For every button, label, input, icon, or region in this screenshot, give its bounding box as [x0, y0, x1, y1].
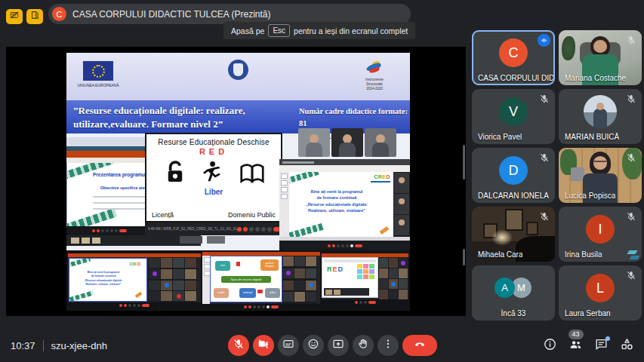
- leave-room-button[interactable]: [26, 9, 43, 24]
- participant-mosaic: [378, 257, 408, 299]
- inner-meet-bottombar: 9:46 AM | WRB_F1P_S2_RED_CRED_SE_TL_G1_M…: [145, 222, 282, 235]
- more-options-button[interactable]: [377, 335, 399, 356]
- participant-tile[interactable]: LLaura Serban: [559, 265, 642, 321]
- meeting-code: szu-xjee-dnh: [51, 340, 107, 351]
- avatar: C: [499, 38, 528, 67]
- participant-tile[interactable]: Mihaela Cara: [472, 207, 555, 262]
- mic-off-button[interactable]: [228, 335, 249, 356]
- participant-tile[interactable]: Lucica Popisca: [559, 148, 642, 203]
- control-dot: [249, 227, 254, 232]
- unread-dot: [605, 336, 610, 341]
- logos-band: UNIUNEA EUROPEANĂ Instrumente Structural…: [66, 53, 410, 100]
- mosaic-cell: [294, 256, 305, 266]
- present-icon: [332, 338, 344, 353]
- meet-app: C CASA CORPULUI DIDACTIC TULCEA (Prezint…: [0, 0, 644, 362]
- collage-strip: CREDBine ați venit la programulde formar…: [66, 250, 410, 311]
- mosaic-cell: [149, 258, 160, 268]
- stage-scrollbar[interactable]: [463, 249, 465, 265]
- board-slash-icon: [9, 10, 20, 23]
- liber-label: Liber: [197, 188, 230, 196]
- avatar: D: [499, 156, 528, 185]
- participant-tile[interactable]: DDALCARAN IONELA: [472, 148, 555, 203]
- control-dot: [359, 301, 362, 304]
- control-dot: [137, 304, 140, 307]
- clock: 10:37: [11, 340, 35, 351]
- diagonal-logo-icon: [629, 256, 639, 259]
- participant-name: Viorica Pavel: [478, 133, 522, 141]
- participant-tile[interactable]: IIrina Busila: [559, 207, 642, 262]
- participant-tile[interactable]: AMÎncă 33: [472, 265, 555, 321]
- inner-popup: [207, 236, 225, 244]
- photo-art: [505, 209, 523, 231]
- activities-button[interactable]: [618, 335, 636, 356]
- collage-shot-1: CREDBine ați venit la programulde formar…: [68, 253, 201, 308]
- collage-shot-3: RED: [322, 253, 408, 305]
- presenter-avatar: C: [52, 7, 66, 21]
- red-slide: Resurse Educaționale Deschise RED Liber: [145, 133, 282, 222]
- mosaic-cell: [149, 281, 160, 290]
- control-dot: [328, 244, 331, 247]
- presenter-pill[interactable]: C CASA CORPULUI DIDACTIC TULCEA (Prezint…: [48, 4, 411, 24]
- avatar: L: [586, 274, 615, 302]
- control-dot: [101, 229, 104, 232]
- meeting-info-button[interactable]: [541, 335, 559, 356]
- control-dot: [110, 229, 113, 232]
- hex-item: grafică imagine: [260, 259, 279, 271]
- photo-art: [562, 36, 575, 60]
- hex-item: animații: [239, 288, 256, 298]
- reactions-button[interactable]: [303, 335, 324, 356]
- stage-scrollbar[interactable]: [463, 145, 465, 179]
- panel-controls: 43: [541, 335, 636, 356]
- fullscreen-exit-tooltip: Apasă pe Esc pentru a ieși din ecranul c…: [223, 22, 415, 39]
- mosaic-cell: [306, 281, 316, 290]
- shot1-controls: [68, 302, 201, 308]
- participant-tile[interactable]: MARIAN BUICĂ: [559, 89, 642, 144]
- camera-off-button[interactable]: [253, 335, 274, 356]
- mosaic-cell: [389, 258, 398, 268]
- annotation-off-button[interactable]: [6, 9, 23, 24]
- participant-tile[interactable]: CCASA CORPULUI DID…: [472, 30, 555, 85]
- captions-button[interactable]: [278, 335, 299, 356]
- present-button[interactable]: [328, 335, 349, 356]
- control-dot: [115, 229, 118, 232]
- free-person-icon: Liber: [197, 159, 230, 196]
- mosaic-cell: [306, 268, 316, 278]
- mic-off-icon: [626, 270, 636, 281]
- participant-name: Încă 33: [472, 309, 555, 318]
- participant-name: DALCARAN IONELA: [478, 192, 549, 200]
- inner-video-tiles: [298, 128, 396, 157]
- mosaic-cell: [306, 256, 316, 266]
- end-call-button[interactable]: [402, 335, 437, 356]
- hex-item: text: [215, 261, 230, 271]
- hex-wrap: textgrafică imagineaudioanimațiivideoTip…: [211, 256, 282, 302]
- people-button[interactable]: 43: [566, 335, 585, 356]
- mosaic-cell: [389, 290, 398, 299]
- divider: [43, 340, 44, 351]
- mic-off-icon: [539, 94, 550, 104]
- control-dot: [248, 305, 251, 308]
- mosaic-cell: [161, 281, 172, 290]
- captions-icon: [282, 338, 294, 353]
- control-dot: [355, 244, 362, 247]
- photo-art: [526, 222, 538, 235]
- call-controls: [228, 335, 437, 356]
- mosaic-cell: [185, 269, 196, 279]
- mosaic-cell: [173, 258, 184, 268]
- control-dot: [257, 305, 260, 308]
- shared-screen-stage: UNIUNEA EUROPEANĂ Instrumente Structural…: [6, 47, 466, 316]
- shot2-controls: [202, 304, 320, 309]
- chat-button[interactable]: [592, 335, 611, 356]
- raise-hand-button[interactable]: [353, 335, 374, 356]
- participant-tile[interactable]: VViorica Pavel: [472, 89, 555, 144]
- participants-grid: CCASA CORPULUI DID…Mariana CostacheVVior…: [472, 30, 644, 324]
- diagonal-logo-icon: [627, 250, 637, 254]
- control-dot: [142, 304, 149, 307]
- course-title: ”Resurse educaționale digitale: realizar…: [73, 104, 245, 130]
- participant-name: Mariana Costache: [565, 74, 626, 82]
- control-dot: [237, 227, 242, 232]
- mosaic-cell: [389, 268, 398, 278]
- mic-off-icon: [539, 152, 550, 163]
- audio-active-icon: [538, 34, 550, 47]
- participant-tile[interactable]: Mariana Costache: [559, 30, 642, 85]
- photo-art: [593, 109, 607, 128]
